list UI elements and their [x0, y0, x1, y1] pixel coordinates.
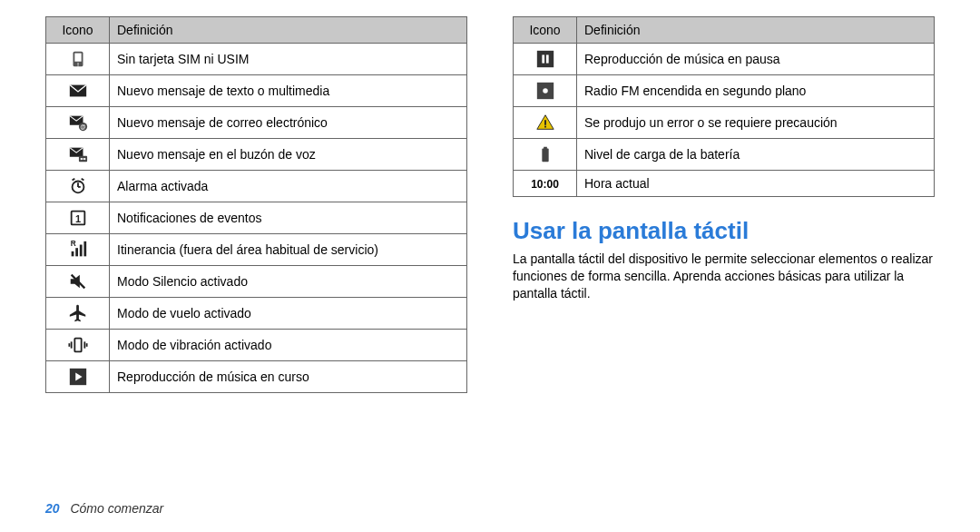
svg-text:!: ! [76, 61, 78, 69]
svg-text:R: R [70, 240, 75, 248]
email-icon: @ [46, 107, 110, 139]
cell-def: Reproducción de música en curso [110, 361, 467, 393]
clock-time-label: 10:00 [531, 178, 559, 191]
header-definition: Definición [110, 17, 467, 44]
pause-icon [514, 44, 577, 75]
svg-rect-21 [79, 245, 82, 257]
header-icon: Icono [514, 17, 577, 44]
svg-rect-34 [542, 54, 544, 63]
svg-rect-41 [542, 149, 548, 163]
table-row: Reproducción de música en pausa [514, 44, 935, 75]
section-heading: Usar la pantalla táctil [513, 217, 935, 245]
table-row: Nivel de carga de la batería [514, 139, 935, 171]
table-row: Alarma activada [46, 171, 467, 202]
icon-table-left: Icono Definición ! Sin tarjeta SIM ni US… [45, 16, 467, 393]
page-footer: 20 Cómo comenzar [45, 501, 163, 516]
chapter-name: Cómo comenzar [70, 501, 163, 516]
page: Icono Definición ! Sin tarjeta SIM ni US… [0, 0, 980, 532]
svg-point-37 [543, 88, 548, 94]
cell-def: Nuevo mensaje en el buzón de voz [110, 139, 467, 171]
cell-def: Sin tarjeta SIM ni USIM [110, 44, 467, 75]
table-row: ! Sin tarjeta SIM ni USIM [46, 44, 467, 75]
cell-def: Itinerancia (fuera del área habitual de … [110, 234, 467, 266]
cell-def: Modo de vuelo activado [110, 298, 467, 330]
cell-def: Radio FM encendida en segundo plano [577, 75, 935, 107]
radio-icon [514, 75, 577, 107]
svg-rect-40 [544, 126, 546, 128]
cell-def: Reproducción de música en pausa [577, 44, 935, 75]
table-row: 10:00 Hora actual [514, 171, 935, 197]
svg-rect-26 [74, 339, 81, 352]
warning-icon [514, 107, 577, 139]
page-number: 20 [45, 501, 60, 516]
battery-icon [514, 139, 577, 171]
table-row: Nuevo mensaje de texto o multimedia [46, 75, 467, 107]
cell-def: Nuevo mensaje de texto o multimedia [110, 75, 467, 107]
table-row: Modo de vibración activado [46, 330, 467, 361]
right-column: Icono Definición Reproducción de música … [513, 16, 935, 393]
svg-rect-35 [545, 54, 548, 63]
table-row: Modo de vuelo activado [46, 298, 467, 330]
table-row: Nuevo mensaje en el buzón de voz [46, 139, 467, 171]
table-header: Icono Definición [514, 17, 935, 44]
header-icon: Icono [46, 17, 110, 44]
airplane-icon [46, 298, 110, 330]
cell-def: Se produjo un error o se requiere precau… [577, 107, 935, 139]
header-definition: Definición [577, 17, 935, 44]
cell-def: Nuevo mensaje de correo electrónico [110, 107, 467, 139]
table-row: R Itinerancia (fuera del área habitual d… [46, 234, 467, 266]
table-row: Se produjo un error o se requiere precau… [514, 107, 935, 139]
table-row: @ Nuevo mensaje de correo electrónico [46, 107, 467, 139]
cell-def: Modo Silencio activado [110, 266, 467, 298]
cell-def: Nivel de carga de la batería [577, 139, 935, 171]
event-icon: 1 [46, 202, 110, 234]
roaming-icon: R [46, 234, 110, 266]
vibrate-icon [46, 330, 110, 361]
svg-rect-33 [536, 51, 553, 67]
table-row: Radio FM encendida en segundo plano [514, 75, 935, 107]
svg-rect-20 [75, 248, 78, 256]
voicemail-icon [46, 139, 110, 171]
cell-def: Notificaciones de eventos [110, 202, 467, 234]
svg-rect-22 [83, 241, 86, 257]
envelope-icon [46, 75, 110, 107]
icon-table-right: Icono Definición Reproducción de música … [513, 16, 935, 197]
section-body: La pantalla táctil del dispositivo le pe… [513, 251, 935, 302]
cell-def: Modo de vibración activado [110, 330, 467, 361]
cell-def: Hora actual [577, 171, 935, 197]
cell-def: Alarma activada [110, 171, 467, 202]
table-row: Reproducción de música en curso [46, 361, 467, 393]
clock-icon: 10:00 [514, 171, 577, 197]
svg-rect-19 [71, 251, 74, 257]
svg-rect-39 [544, 120, 546, 125]
svg-text:1: 1 [74, 213, 80, 224]
svg-text:@: @ [80, 123, 86, 130]
silent-icon [46, 266, 110, 298]
two-column-layout: Icono Definición ! Sin tarjeta SIM ni US… [45, 16, 935, 393]
play-icon [46, 361, 110, 393]
table-header: Icono Definición [46, 17, 467, 44]
svg-rect-42 [544, 147, 547, 150]
alarm-icon [46, 171, 110, 202]
svg-line-16 [81, 179, 83, 181]
sim-icon: ! [46, 44, 110, 75]
table-row: Modo Silencio activado [46, 266, 467, 298]
svg-line-15 [72, 179, 74, 181]
table-row: 1 Notificaciones de eventos [46, 202, 467, 234]
left-column: Icono Definición ! Sin tarjeta SIM ni US… [45, 16, 467, 393]
